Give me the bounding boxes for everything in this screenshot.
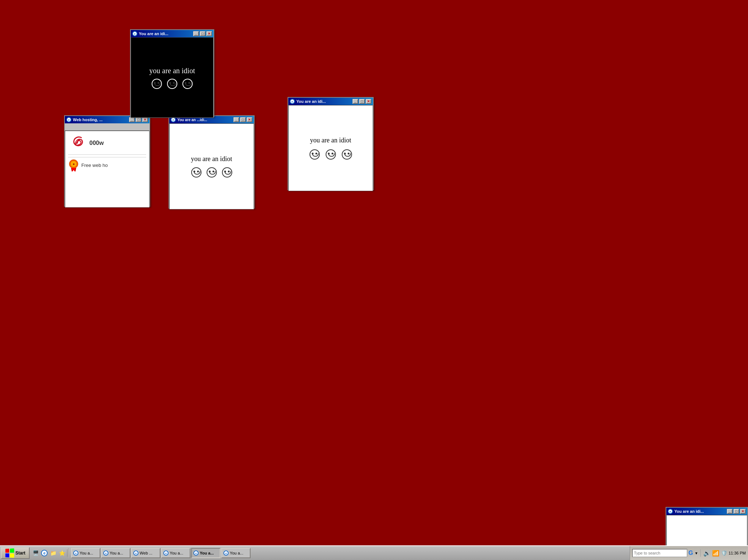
- taskbar-divider: [68, 548, 69, 558]
- smiley-3: [182, 79, 193, 89]
- webhosting-title: Web hosting, ...: [73, 117, 103, 122]
- right-titlebar[interactable]: e You are an idi... _ □ ✕: [288, 98, 373, 105]
- ie-icon-right: e: [290, 99, 295, 104]
- close-btn-mid[interactable]: ✕: [247, 117, 252, 122]
- taskbar-item-3[interactable]: e You a...: [161, 548, 190, 558]
- taskbar-item-label-3: You a...: [170, 551, 183, 555]
- windows-logo: [5, 548, 14, 557]
- award-icon: ★: [68, 159, 79, 172]
- smiley-2: [167, 79, 177, 89]
- tb-ie-icon-2: e: [133, 550, 138, 556]
- star-quicklaunch-icon[interactable]: ⭐: [58, 549, 66, 557]
- middle-title: You are an ...idi...: [177, 118, 207, 122]
- smiley-1: .smiley-dark::before { background: #fff;…: [152, 79, 162, 89]
- main-dark-window-titlebar[interactable]: e You are an idi... _ □ ✕: [131, 30, 214, 37]
- tray-dropdown-icon[interactable]: ▼: [695, 551, 698, 555]
- min-btn-right[interactable]: _: [352, 99, 358, 104]
- ie-icon: e: [132, 31, 137, 36]
- min-btn-mini[interactable]: _: [727, 509, 733, 514]
- antivirus-icon[interactable]: 🛡️: [721, 550, 727, 556]
- tb-ie-icon-0: e: [73, 550, 78, 556]
- taskbar-item-0[interactable]: e You a...: [71, 548, 100, 558]
- min-btn-mid[interactable]: _: [233, 117, 239, 122]
- system-tray: G ▼ 🔊 📶 🛡️ 11:36 PM: [630, 546, 748, 560]
- ie-icon-mini: e: [668, 509, 673, 514]
- main-dark-window: e You are an idi... _ □ ✕ you are an idi…: [130, 29, 214, 117]
- max-btn-mid[interactable]: □: [240, 117, 246, 122]
- logo-text: 000w: [89, 140, 104, 146]
- taskbar-item-label-5: You a...: [230, 551, 243, 555]
- middle-idiot-window: e You are an ...idi... _ □ ✕ you are an …: [169, 115, 255, 209]
- show-desktop-icon[interactable]: 🖥️: [32, 549, 39, 557]
- smileys-right: [310, 149, 352, 160]
- start-button[interactable]: Start: [1, 547, 30, 559]
- tray-divider: [700, 549, 701, 557]
- ie-icon-mid: e: [171, 117, 176, 122]
- idiot-text-dark: you are an idiot: [149, 67, 195, 75]
- folder-quicklaunch-icon[interactable]: 📁: [49, 549, 57, 557]
- smiley-right-3: [342, 149, 352, 160]
- mini-window: e You are an idi... _ □ ✕: [666, 507, 748, 545]
- free-web-text: Free web ho: [81, 163, 108, 168]
- max-btn-web[interactable]: □: [136, 117, 141, 122]
- smiley-mid-3: [222, 167, 232, 178]
- network-icon[interactable]: 📶: [712, 550, 719, 557]
- smiley-mid-2: [207, 167, 217, 178]
- webhosting-window: e Web hosting, ... _ □ ✕ 000w: [64, 115, 150, 207]
- tb-ie-icon-1: e: [103, 550, 108, 556]
- smileys-dark: .smiley-dark::before { background: #fff;…: [152, 79, 193, 89]
- taskbar-item-4[interactable]: e You a...: [191, 548, 221, 558]
- smileys-mid: [191, 167, 232, 178]
- taskbar-item-2[interactable]: e Web ...: [131, 548, 160, 558]
- taskbar-item-label-1: You a...: [110, 551, 123, 555]
- taskbar-item-1[interactable]: e You a...: [101, 548, 130, 558]
- spiral-logo: [68, 134, 86, 152]
- taskbar-item-5[interactable]: e You a...: [221, 548, 251, 558]
- tb-ie-icon-4: e: [193, 550, 199, 556]
- close-btn-mini[interactable]: ✕: [740, 509, 746, 514]
- tb-ie-icon-5: e: [223, 550, 229, 556]
- desktop: e You are an idi... _ □ ✕ you are an idi…: [0, 0, 748, 560]
- ie-icon-web: e: [66, 117, 71, 122]
- search-input[interactable]: [632, 549, 687, 557]
- tb-ie-icon-3: e: [163, 550, 169, 556]
- mini-title: You are an idi...: [674, 509, 704, 514]
- smiley-right-2: [326, 149, 336, 160]
- smiley-mid-1: [191, 167, 201, 178]
- right-idiot-window: e You are an idi... _ □ ✕ you are an idi…: [288, 97, 374, 190]
- max-btn-mini[interactable]: □: [733, 509, 739, 514]
- right-title: You are an idi...: [296, 99, 326, 104]
- speaker-icon[interactable]: 🔊: [703, 550, 711, 557]
- system-clock: 11:36 PM: [729, 551, 746, 555]
- taskbar: Start 🖥️ e 📁 ⭐ e You a... e You a... e: [0, 545, 748, 560]
- main-dark-window-title: You are an idi...: [139, 31, 168, 36]
- taskbar-item-label-4: You a...: [200, 551, 214, 555]
- quicklaunch-bar: 🖥️ e 📁 ⭐: [30, 549, 67, 557]
- ie-quicklaunch-icon[interactable]: e: [41, 549, 48, 557]
- google-icon[interactable]: G: [689, 550, 693, 556]
- taskbar-item-label-2: Web ...: [140, 551, 152, 555]
- taskbar-items: e You a... e You a... e Web ... e You a.…: [70, 548, 629, 558]
- idiot-text-mid: you are an idiot: [191, 155, 232, 163]
- mini-titlebar[interactable]: e You are an idi... _ □ ✕: [666, 508, 747, 515]
- max-btn-right[interactable]: □: [359, 99, 365, 104]
- close-btn-web[interactable]: ✕: [142, 117, 148, 122]
- taskbar-item-label-0: You a...: [79, 551, 93, 555]
- minimize-button[interactable]: _: [193, 31, 199, 36]
- close-btn-right[interactable]: ✕: [366, 99, 371, 104]
- smiley-right-1: [310, 149, 320, 160]
- min-btn-web[interactable]: _: [129, 117, 135, 122]
- maximize-button[interactable]: □: [200, 31, 205, 36]
- svg-text:★: ★: [73, 163, 75, 165]
- close-button[interactable]: ✕: [206, 31, 212, 36]
- idiot-text-right: you are an idiot: [310, 137, 351, 144]
- start-label: Start: [15, 550, 25, 556]
